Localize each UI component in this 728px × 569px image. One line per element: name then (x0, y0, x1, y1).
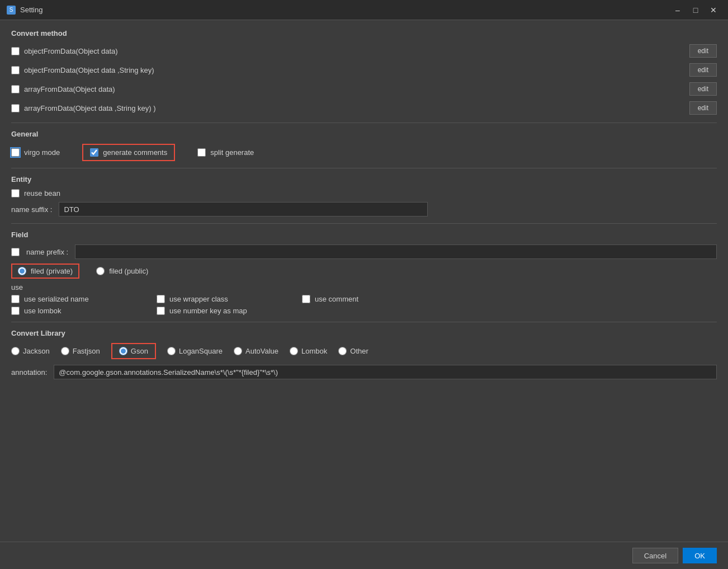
use-lombok-checkbox[interactable] (11, 307, 20, 315)
lib-lombok-label: Lombok (301, 347, 327, 355)
general-row: virgo mode generate comments split gener… (11, 144, 717, 161)
use-serialized-name-checkbox[interactable] (11, 295, 20, 303)
field-public-label: filed (public) (109, 267, 148, 275)
method-label-4: arrayFromData(Object data ,String key) ) (24, 104, 156, 112)
method-checkbox-3[interactable] (11, 85, 20, 93)
use-wrapper-class-label: use wrapper class (169, 295, 228, 303)
use-lombok-group: use lombok (11, 307, 157, 315)
lib-autovalue-radio[interactable] (234, 347, 242, 355)
lib-logansquare-label: LoganSquare (179, 347, 223, 355)
name-suffix-row: name suffix : (11, 202, 717, 217)
method-edit-btn-2[interactable]: edit (689, 63, 717, 77)
reuse-bean-checkbox[interactable] (11, 189, 20, 197)
divider-4 (11, 322, 717, 322)
lib-other-option: Other (338, 347, 368, 355)
name-prefix-row: name prefix : (11, 244, 717, 259)
method-edit-btn-1[interactable]: edit (689, 44, 717, 58)
virgo-mode-checkbox[interactable] (11, 148, 20, 157)
use-comment-label: use comment (315, 295, 358, 303)
lib-jackson-label: Jackson (23, 347, 50, 355)
method-row-4: arrayFromData(Object data ,String key) )… (11, 100, 717, 116)
lib-logansquare-radio[interactable] (167, 347, 176, 355)
use-serialized-name-label: use serialized name (24, 295, 89, 303)
use-wrapper-class-checkbox[interactable] (157, 295, 165, 303)
lib-gson-box: Gson (111, 343, 156, 359)
method-label-1: objectFromData(Object data) (24, 47, 118, 55)
title-bar-left: S Setting (7, 6, 42, 15)
lib-lombok-option: Lombok (290, 347, 327, 355)
method-label-2: objectFromData(Object data ,String key) (24, 66, 154, 74)
lib-fastjson-label: Fastjson (73, 347, 100, 355)
lib-autovalue-label: AutoValue (245, 347, 278, 355)
ok-button[interactable]: OK (683, 548, 717, 563)
app-icon: S (7, 6, 16, 15)
split-generate-group: split generate (197, 148, 254, 157)
entity-title: Entity (11, 175, 717, 184)
method-edit-btn-3[interactable]: edit (689, 82, 717, 96)
method-label-3: arrayFromData(Object data) (24, 85, 115, 93)
use-wrapper-class-group: use wrapper class (157, 295, 302, 303)
cancel-button[interactable]: Cancel (632, 548, 678, 563)
divider-1 (11, 123, 717, 123)
reuse-bean-label: reuse bean (24, 189, 60, 197)
maximize-button[interactable]: □ (688, 4, 703, 16)
annotation-row: annotation: (11, 365, 717, 379)
use-grid: use serialized name use wrapper class us… (11, 295, 717, 315)
lib-autovalue-option: AutoValue (234, 347, 278, 355)
field-public-radio[interactable] (96, 267, 105, 275)
field-private-label: filed (private) (31, 267, 73, 275)
method-checkbox-2[interactable] (11, 66, 20, 74)
lib-lombok-radio[interactable] (290, 347, 298, 355)
library-row: Jackson Fastjson Gson LoganSquare AutoVa… (11, 343, 717, 359)
use-number-key-label: use number key as map (169, 307, 247, 315)
virgo-mode-label: virgo mode (24, 148, 60, 157)
method-row-1: objectFromData(Object data) edit (11, 43, 717, 59)
generate-comments-label: generate comments (103, 148, 167, 157)
use-comment-group: use comment (302, 295, 447, 303)
reuse-bean-row: reuse bean (11, 189, 717, 197)
window-title: Setting (20, 6, 42, 14)
lib-other-label: Other (350, 347, 368, 355)
annotation-label: annotation: (11, 368, 47, 377)
minimize-button[interactable]: – (670, 4, 686, 16)
lib-gson-label: Gson (131, 347, 148, 355)
convert-library-title: Convert Library (11, 329, 717, 337)
field-title: Field (11, 231, 717, 239)
name-prefix-input[interactable] (75, 244, 717, 259)
main-content: Convert method objectFromData(Object dat… (0, 20, 728, 388)
lib-fastjson-radio[interactable] (61, 347, 69, 355)
use-serialized-name-group: use serialized name (11, 295, 157, 303)
field-type-row: filed (private) filed (public) (11, 264, 717, 279)
lib-gson-radio[interactable] (119, 347, 127, 355)
field-public-group: filed (public) (96, 267, 148, 275)
lib-other-radio[interactable] (338, 347, 347, 355)
close-button[interactable]: ✕ (706, 4, 721, 16)
method-checkbox-4[interactable] (11, 104, 20, 112)
split-generate-checkbox[interactable] (197, 148, 206, 157)
field-private-radio[interactable] (18, 267, 26, 275)
use-number-key-checkbox[interactable] (157, 307, 165, 315)
generate-comments-box: generate comments (82, 144, 175, 161)
annotation-input[interactable] (54, 365, 717, 379)
lib-fastjson-option: Fastjson (61, 347, 100, 355)
generate-comments-checkbox[interactable] (90, 148, 98, 157)
name-suffix-input[interactable] (59, 202, 428, 217)
divider-2 (11, 168, 717, 168)
method-edit-btn-4[interactable]: edit (689, 101, 717, 115)
name-prefix-checkbox[interactable] (11, 248, 20, 256)
title-bar-controls: – □ ✕ (670, 4, 721, 16)
title-bar: S Setting – □ ✕ (0, 0, 728, 20)
convert-method-title: Convert method (11, 29, 717, 37)
divider-3 (11, 223, 717, 224)
split-generate-label: split generate (210, 148, 254, 157)
method-row-2: objectFromData(Object data ,String key) … (11, 62, 717, 78)
use-comment-checkbox[interactable] (302, 295, 310, 303)
field-private-box: filed (private) (11, 264, 79, 279)
virgo-mode-group: virgo mode (11, 148, 60, 157)
general-title: General (11, 130, 717, 138)
bottom-bar: Cancel OK (0, 542, 728, 569)
method-row-3: arrayFromData(Object data) edit (11, 81, 717, 97)
use-lombok-label: use lombok (24, 307, 61, 315)
lib-jackson-radio[interactable] (11, 347, 20, 355)
method-checkbox-1[interactable] (11, 47, 20, 55)
